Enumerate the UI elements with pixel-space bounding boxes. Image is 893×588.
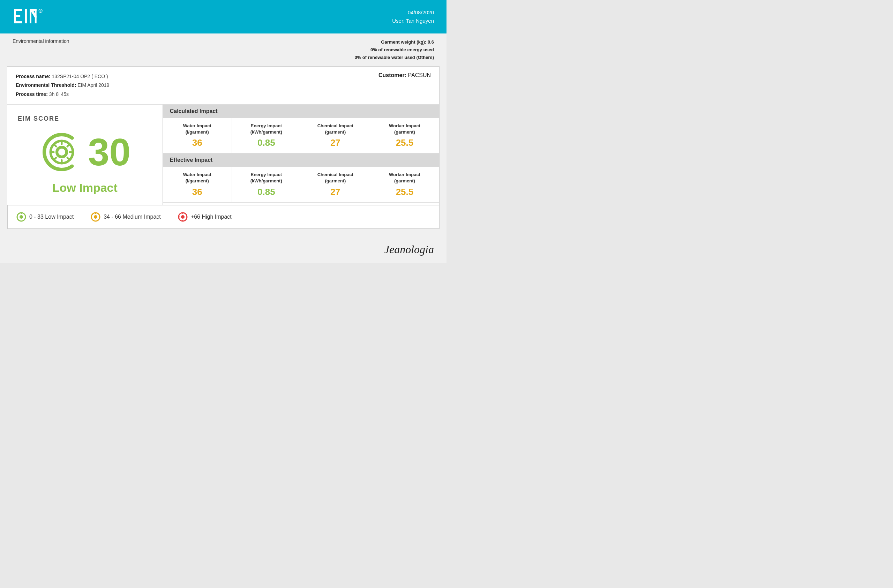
impact-col: Chemical Impact(garment)27 <box>301 118 370 153</box>
header-date: 04/08/2020 <box>392 8 434 17</box>
header-user: User: Tan Nguyen <box>392 17 434 25</box>
renewable-energy: 0% of renewable energy used <box>355 46 434 54</box>
impact-col-label: Energy Impact(kWh/garment) <box>236 171 297 184</box>
gauge-icon <box>39 129 84 175</box>
score-number: 30 <box>88 133 131 171</box>
legend-high-label: +66 High Impact <box>191 214 232 220</box>
legend-row: 0 - 33 Low Impact 34 - 66 Medium Impact <box>8 205 439 229</box>
impact-col-label: Chemical Impact(garment) <box>305 171 366 184</box>
impact-col: Chemical Impact(garment)27 <box>301 167 370 202</box>
process-threshold-row: Environmental Threshold: EIM April 2019 <box>16 81 109 90</box>
env-info-label: Environmental information <box>12 38 69 44</box>
impact-col-value: 36 <box>166 186 228 197</box>
score-visual: 30 <box>39 129 131 175</box>
process-details: Process name: 132SP21-04 OP2 ( ECO ) Env… <box>16 72 109 99</box>
svg-point-14 <box>58 149 65 156</box>
legend-medium: 34 - 66 Medium Impact <box>90 212 161 222</box>
process-card: Process name: 132SP21-04 OP2 ( ECO ) Env… <box>7 66 439 229</box>
medium-impact-icon <box>90 212 101 222</box>
process-header: Process name: 132SP21-04 OP2 ( ECO ) Env… <box>8 67 439 105</box>
process-time-value: 3h 8' 45s <box>49 92 69 97</box>
score-impact-row: EIM SCORE <box>8 105 439 205</box>
subheader: Environmental information Garment weight… <box>0 33 446 66</box>
process-name-label: Process name: <box>16 74 51 79</box>
impact-col-label: Energy Impact(kWh/garment) <box>236 123 297 135</box>
impact-col-value: 25.5 <box>374 186 436 197</box>
svg-rect-3 <box>14 21 22 23</box>
impact-col-value: 27 <box>305 137 366 148</box>
impact-col-label: Water Impact(l/garment) <box>166 123 228 135</box>
process-name-value: 132SP21-04 OP2 ( ECO ) <box>52 74 108 79</box>
header: ® 04/08/2020 User: Tan Nguyen <box>0 0 446 33</box>
process-threshold-label: Environmental Threshold: <box>16 82 76 88</box>
score-section: EIM SCORE <box>8 105 163 205</box>
svg-point-24 <box>20 215 23 219</box>
svg-rect-1 <box>14 9 22 11</box>
svg-line-20 <box>67 158 69 160</box>
eim-score-label: EIM SCORE <box>18 115 59 122</box>
calculated-impact-columns: Water Impact(l/garment)36Energy Impact(k… <box>163 118 439 153</box>
impact-col-value: 0.85 <box>236 137 297 148</box>
impact-col: Energy Impact(kWh/garment)0.85 <box>232 118 301 153</box>
customer-value: PACSUN <box>408 72 431 78</box>
process-threshold-value: EIM April 2019 <box>77 82 109 88</box>
jeanologia-brand: Jeanologia <box>385 243 434 256</box>
legend-low-label: 0 - 33 Low Impact <box>29 214 74 220</box>
legend-medium-label: 34 - 66 Medium Impact <box>104 214 161 220</box>
process-time-row: Process time: 3h 8' 45s <box>16 90 109 99</box>
customer-label: Customer: <box>379 72 406 78</box>
footer: Jeanologia <box>0 236 446 263</box>
garment-weight: Garment weight (kg): 0.6 <box>355 38 434 46</box>
customer-block: Customer: PACSUN <box>379 72 431 78</box>
effective-impact-header: Effective Impact <box>163 153 439 167</box>
legend-low: 0 - 33 Low Impact <box>16 212 74 222</box>
impact-col: Water Impact(l/garment)36 <box>163 167 232 202</box>
svg-text:®: ® <box>40 10 42 12</box>
impact-col-value: 27 <box>305 186 366 197</box>
svg-line-19 <box>54 144 56 146</box>
svg-point-31 <box>181 215 185 219</box>
impact-section: Calculated Impact Water Impact(l/garment… <box>163 105 439 205</box>
header-info: 04/08/2020 User: Tan Nguyen <box>392 8 434 25</box>
impact-col-label: Water Impact(l/garment) <box>166 171 228 184</box>
process-name-row: Process name: 132SP21-04 OP2 ( ECO ) <box>16 72 109 81</box>
impact-col: Worker Impact(garment)25.5 <box>370 118 439 153</box>
logo-area: ® <box>12 6 44 27</box>
svg-point-27 <box>94 215 97 219</box>
impact-col-label: Worker Impact(garment) <box>374 171 436 184</box>
legend-high: +66 High Impact <box>177 212 232 222</box>
impact-col-label: Worker Impact(garment) <box>374 123 436 135</box>
low-impact-icon <box>16 212 27 222</box>
impact-col-value: 36 <box>166 137 228 148</box>
impact-col-label: Chemical Impact(garment) <box>305 123 366 135</box>
impact-col-value: 25.5 <box>374 137 436 148</box>
impact-col: Worker Impact(garment)25.5 <box>370 167 439 202</box>
eim-logo-icon: ® <box>12 6 44 27</box>
calculated-impact-header: Calculated Impact <box>163 105 439 118</box>
svg-rect-2 <box>14 15 20 17</box>
impact-col: Energy Impact(kWh/garment)0.85 <box>232 167 301 202</box>
impact-col: Water Impact(l/garment)36 <box>163 118 232 153</box>
high-impact-icon <box>177 212 188 222</box>
svg-line-21 <box>67 144 69 146</box>
low-impact-text: Low Impact <box>52 181 117 195</box>
effective-impact-columns: Water Impact(l/garment)36Energy Impact(k… <box>163 167 439 202</box>
main-content: Process name: 132SP21-04 OP2 ( ECO ) Env… <box>0 66 446 236</box>
svg-line-22 <box>54 158 56 160</box>
garment-info: Garment weight (kg): 0.6 0% of renewable… <box>355 38 434 62</box>
renewable-water: 0% of renewable water used (Others) <box>355 54 434 62</box>
svg-rect-4 <box>25 9 27 23</box>
impact-col-value: 0.85 <box>236 186 297 197</box>
process-time-label: Process time: <box>16 92 48 97</box>
